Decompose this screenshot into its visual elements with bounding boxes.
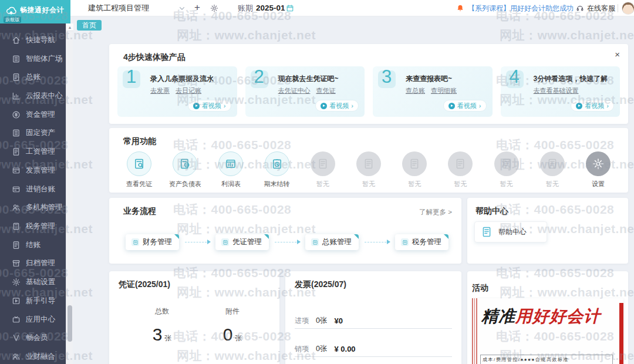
- link-basic-settings[interactable]: 去查看基础设置: [534, 86, 579, 95]
- watch-video-button[interactable]: 看视频›: [315, 100, 359, 112]
- workflow-node-ledger[interactable]: 总账管理: [305, 234, 359, 250]
- cf-balance-sheet[interactable]: 资产负债表: [166, 151, 204, 188]
- account-settings-icon[interactable]: [210, 4, 218, 12]
- ledger-card-icon: [12, 185, 21, 194]
- app-center-icon: [12, 315, 21, 324]
- sidebar-item-beginner-guide[interactable]: 新手引导: [0, 292, 66, 309]
- sidebar-item-cloud-reports[interactable]: 云报表中心: [0, 87, 66, 104]
- sidebar-item-tax[interactable]: 税务管理: [0, 218, 66, 234]
- notice-link[interactable]: 【系列课程】用好好会计助您成功: [468, 0, 574, 16]
- sidebar-item-funds[interactable]: 资金管理: [0, 106, 66, 123]
- link-voucher-center[interactable]: 去凭证中心: [278, 86, 311, 95]
- calendar-icon[interactable]: [286, 4, 294, 12]
- scroll-up-arrow[interactable]: ▲: [66, 23, 73, 31]
- watch-video-button[interactable]: 看视频›: [188, 100, 231, 112]
- invoice-output-row: 销项 0张 ¥ 0.00: [295, 342, 452, 357]
- app-root: 建筑工程项目管理 + 账期 2025-01 【系列课程】用好好会计助您成功 在线…: [0, 0, 634, 364]
- sidebar-item-business-finance[interactable]: 业财融合: [0, 348, 66, 364]
- sidebar-item-general-ledger[interactable]: 总账: [0, 69, 66, 85]
- common-functions-card: 常用功能 查看凭证 资产负债表 利润表 期末结转 暂无 暂无 暂无 暂无 暂无 …: [109, 128, 628, 193]
- link-detail-ledger[interactable]: 查明细账: [431, 86, 457, 95]
- watch-video-button[interactable]: 看视频›: [443, 100, 487, 112]
- cf-empty-slot: 暂无: [395, 151, 434, 188]
- help-center-entry[interactable]: 帮助中心: [474, 221, 547, 242]
- common-functions-row: 查看凭证 资产负债表 利润表 期末结转 暂无 暂无 暂无 暂无 暂无 暂无 设置: [120, 151, 618, 188]
- headset-icon[interactable]: [576, 4, 584, 12]
- step-number: 2: [254, 66, 264, 87]
- link-general-ledger[interactable]: 查总账: [406, 86, 425, 95]
- help-center-title: 帮助中心: [476, 206, 508, 217]
- cf-view-voucher[interactable]: 查看凭证: [120, 151, 158, 188]
- period-value[interactable]: 2025-01: [256, 0, 285, 16]
- tab-home[interactable]: 首页: [77, 20, 102, 31]
- voucher-card-title: 凭证(2025/01): [119, 279, 170, 290]
- workflow-node-finance[interactable]: 财务管理: [126, 234, 179, 250]
- cf-settings[interactable]: 设置: [579, 151, 618, 188]
- empty-slot-icon: [363, 158, 375, 170]
- workflow-node-voucher[interactable]: 凭证管理: [215, 234, 269, 250]
- gear-icon: [12, 278, 21, 287]
- integration-icon: [12, 352, 21, 361]
- empty-slot-icon: [501, 158, 512, 170]
- app-logo[interactable]: 畅捷通好会计 旗舰版: [0, 0, 70, 23]
- quickstart-steps: 1 录入几条票据及流水 去发票去日记账 看视频› 2 现在就去生凭证吧~ 去凭证…: [117, 66, 620, 117]
- voucher-total: 总数 3张: [127, 306, 197, 345]
- sidebar-item-multi-org[interactable]: 多机构管理: [0, 199, 66, 215]
- sidebar-item-basic-settings[interactable]: 基础设置: [0, 274, 66, 290]
- step-number: 4: [510, 66, 520, 87]
- learn-more-link[interactable]: 了解更多 >: [419, 208, 452, 217]
- watch-video-button[interactable]: 看视频›: [571, 100, 614, 112]
- close-icon[interactable]: ×: [615, 50, 620, 59]
- balance-sheet-icon: [179, 158, 191, 170]
- salary-icon: [12, 147, 21, 156]
- stat-value: 0张: [197, 325, 268, 345]
- invoice-icon: [12, 166, 21, 175]
- sidebar-item-payroll[interactable]: 工资管理: [0, 143, 66, 160]
- flow-arrow: [365, 242, 389, 242]
- notification-bell-icon[interactable]: [456, 4, 464, 12]
- empty-slot-icon: [454, 158, 466, 170]
- sidebar-item-label: 发票管理: [26, 166, 55, 176]
- cf-period-end[interactable]: 期末结转: [258, 151, 296, 188]
- home-icon: [12, 36, 21, 45]
- sidebar-item-fixed-assets[interactable]: 固定资产: [0, 124, 66, 141]
- view-voucher-icon: [133, 158, 145, 170]
- sidebar-item-app-center[interactable]: 应用中心: [0, 311, 66, 328]
- workflow-card: 业务流程 了解更多 > 财务管理 凭证管理 总账管理 税务管理: [109, 198, 461, 264]
- cf-empty-slot: 暂无: [303, 151, 342, 188]
- sidebar-item-invoice[interactable]: 发票管理: [0, 162, 66, 178]
- banner-stripe-decoration: [472, 298, 478, 364]
- quickstart-title: 4步快速体验产品: [123, 52, 186, 63]
- activity-banner[interactable]: 精准用好好会计 成本/费用管控/●●●●合规高效标准: [472, 298, 623, 364]
- activity-card: 活动 精准用好好会计 成本/费用管控/●●●●合规高效标准: [467, 271, 628, 364]
- account-switcher[interactable]: 建筑工程项目管理: [88, 0, 149, 16]
- sidebar-item-label: 进销台账: [26, 184, 55, 194]
- cf-income-statement[interactable]: 利润表: [211, 151, 250, 188]
- chevron-down-icon[interactable]: [178, 4, 186, 12]
- online-support-link[interactable]: 在线客服: [587, 0, 615, 16]
- sidebar-scrollbar-thumb[interactable]: [68, 305, 72, 342]
- workflow-node-tax[interactable]: 税务管理: [395, 234, 448, 250]
- sidebar-item-agent-plaza[interactable]: 智能体广场: [0, 50, 66, 67]
- period-label: 账期: [238, 0, 253, 16]
- sidebar-item-archive[interactable]: 归档管理: [0, 255, 66, 271]
- user-avatar[interactable]: [622, 2, 634, 15]
- activity-title: 活动: [472, 283, 488, 294]
- link-go-journal[interactable]: 去日记账: [176, 86, 201, 95]
- link-go-invoice[interactable]: 去发票: [150, 86, 170, 95]
- sidebar-item-closing[interactable]: 结账: [0, 237, 66, 253]
- add-account-button[interactable]: +: [194, 0, 200, 16]
- sidebar-scrollbar-track[interactable]: ▲: [66, 23, 73, 364]
- sidebar-item-member[interactable]: 畅会员: [0, 329, 66, 346]
- link-view-voucher[interactable]: 查凭证: [316, 86, 336, 95]
- ledger-icon: [12, 73, 21, 82]
- tax-icon: [12, 222, 21, 231]
- sidebar-item-label: 结账: [26, 240, 41, 250]
- step-card-4: 4 3分钟看选项，快速了解 去查看基础设置 看视频›: [501, 66, 620, 117]
- corner-fold: [174, 234, 179, 239]
- archive-icon: [12, 259, 21, 268]
- income-statement-icon: [225, 158, 237, 170]
- sidebar-item-quick-nav[interactable]: 快捷导航: [0, 32, 66, 48]
- sidebar-item-label: 总账: [26, 72, 41, 82]
- sidebar-item-purchase-sales-ledger[interactable]: 进销台账: [0, 181, 66, 197]
